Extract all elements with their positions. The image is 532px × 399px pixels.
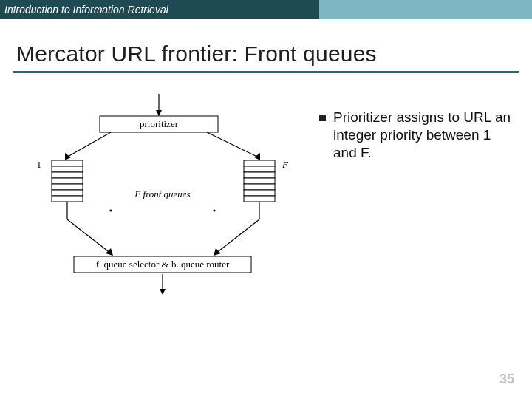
bullet-list: Prioritizer assigns to URL an integer pr… bbox=[319, 109, 511, 161]
svg-marker-25 bbox=[106, 248, 113, 256]
bullet-text: Prioritizer assigns to URL an integer pr… bbox=[333, 109, 511, 161]
svg-line-27 bbox=[216, 219, 259, 253]
svg-marker-28 bbox=[214, 248, 221, 256]
svg-rect-11 bbox=[52, 184, 83, 190]
title-rule bbox=[13, 71, 519, 73]
svg-rect-9 bbox=[52, 172, 83, 178]
svg-rect-10 bbox=[52, 178, 83, 184]
svg-rect-18 bbox=[244, 184, 275, 190]
svg-line-3 bbox=[66, 132, 111, 157]
svg-rect-16 bbox=[244, 172, 275, 178]
course-title: Introduction to Information Retrieval bbox=[0, 4, 168, 16]
queue-1-label: 1 bbox=[37, 159, 42, 170]
svg-rect-20 bbox=[244, 196, 275, 202]
queue-1 bbox=[52, 160, 83, 202]
svg-rect-13 bbox=[52, 196, 83, 202]
svg-line-24 bbox=[67, 219, 111, 253]
page-number: 35 bbox=[499, 372, 514, 387]
svg-rect-17 bbox=[244, 178, 275, 184]
svg-rect-12 bbox=[52, 190, 83, 196]
svg-rect-15 bbox=[244, 166, 275, 172]
bullet-item: Prioritizer assigns to URL an integer pr… bbox=[319, 109, 511, 161]
svg-marker-4 bbox=[65, 153, 71, 160]
svg-line-5 bbox=[207, 132, 259, 157]
svg-marker-1 bbox=[156, 110, 162, 116]
mid-label: F front queues bbox=[134, 188, 190, 200]
svg-marker-6 bbox=[254, 153, 260, 160]
prioritizer-label: prioritizer bbox=[140, 118, 179, 129]
header-bar: Introduction to Information Retrieval bbox=[0, 0, 532, 19]
svg-point-21 bbox=[109, 209, 112, 211]
svg-point-22 bbox=[213, 209, 215, 211]
queue-F bbox=[244, 160, 275, 202]
frontier-diagram: .lbl { font: 13px "Times New Roman", ser… bbox=[22, 94, 303, 301]
svg-rect-14 bbox=[244, 160, 275, 166]
router-label: f. queue selector & b. queue router bbox=[96, 259, 230, 270]
svg-rect-19 bbox=[244, 190, 275, 196]
svg-rect-7 bbox=[52, 160, 83, 166]
slide-title: Mercator URL frontier: Front queues bbox=[16, 41, 532, 66]
bullet-square-icon bbox=[319, 115, 326, 121]
queue-F-label: F bbox=[282, 159, 289, 170]
svg-rect-8 bbox=[52, 166, 83, 172]
svg-marker-31 bbox=[160, 289, 166, 295]
